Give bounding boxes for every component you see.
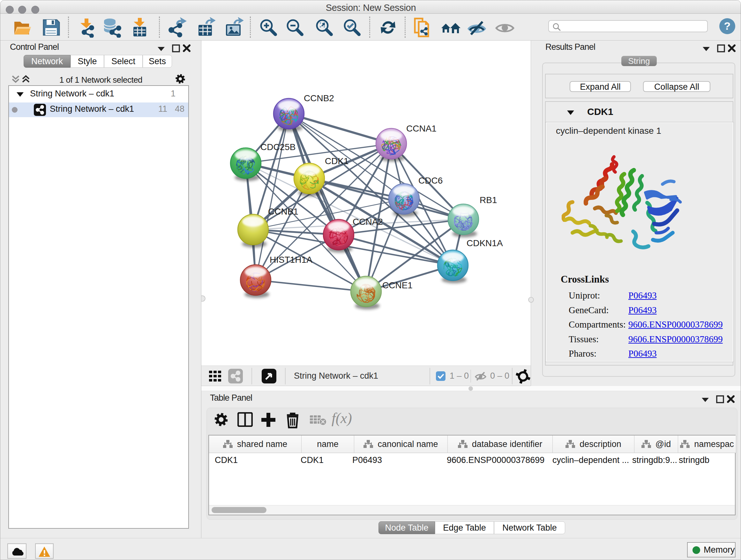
svg-text:CCNA1: CCNA1 <box>406 124 436 133</box>
svg-text:CDC6: CDC6 <box>418 176 443 186</box>
svg-text:CCNB1: CCNB1 <box>268 206 298 216</box>
svg-text:HIST1H1A: HIST1H1A <box>270 255 313 265</box>
svg-text:CCNE1: CCNE1 <box>382 280 413 290</box>
svg-text:CCNB2: CCNB2 <box>304 93 334 103</box>
svg-text:CDC25B: CDC25B <box>260 142 295 152</box>
svg-text:?: ? <box>724 20 731 32</box>
svg-text:CDK1: CDK1 <box>325 156 349 166</box>
svg-text:RB1: RB1 <box>480 195 497 205</box>
svg-text:CDKN1A: CDKN1A <box>467 238 503 248</box>
svg-text:CCNA2: CCNA2 <box>353 217 383 227</box>
